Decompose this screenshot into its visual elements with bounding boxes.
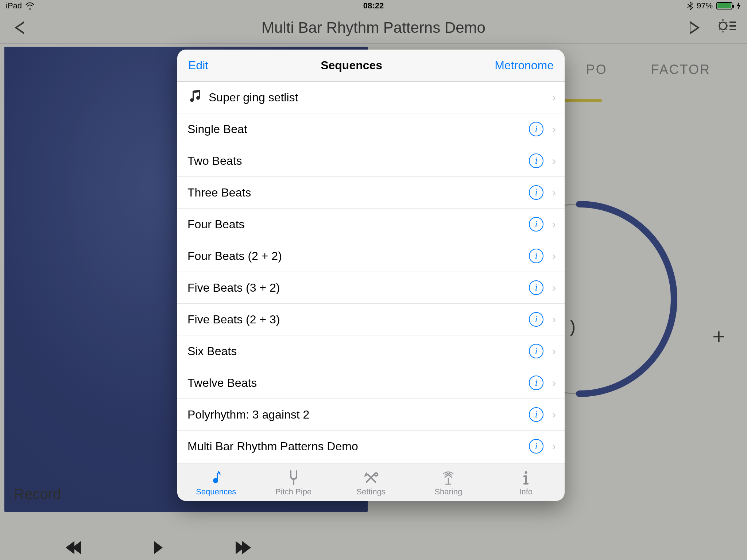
battery-pct: 97% (697, 1, 713, 11)
tab-pitch-pipe[interactable]: Pitch Pipe (255, 468, 332, 497)
info-button[interactable]: i (529, 439, 543, 454)
svg-line-7 (719, 28, 720, 30)
sequence-row[interactable]: Multi Bar Rhythm Patterns Demoi› (177, 431, 565, 462)
status-bar: iPad 08:22 97% (0, 0, 747, 12)
fast-forward-button[interactable] (236, 541, 251, 556)
sequence-row[interactable]: Polyrhythm: 3 against 2i› (177, 399, 565, 431)
chevron-right-icon: › (550, 377, 556, 389)
chevron-right-icon: › (550, 440, 556, 452)
info-button[interactable]: i (529, 407, 543, 422)
sequence-label: Multi Bar Rhythm Patterns Demo (187, 440, 522, 453)
tab-label: Sharing (434, 487, 462, 497)
edit-button[interactable]: Edit (188, 59, 208, 72)
svg-line-6 (725, 28, 727, 30)
sequence-label: Five Beats (3 + 2) (187, 281, 522, 295)
popover-tabbar: Sequences Pitch Pipe Settings (177, 463, 565, 501)
tab-factor[interactable]: FACTOR (651, 62, 711, 77)
sequence-label: Five Beats (2 + 3) (187, 313, 522, 326)
tab-label: Info (519, 487, 533, 497)
info-button[interactable]: i (529, 280, 543, 295)
bluetooth-icon (687, 1, 693, 10)
tuning-fork-icon (286, 468, 302, 486)
sequence-row[interactable]: Three Beatsi› (177, 177, 565, 209)
play-transport-button[interactable] (154, 541, 163, 556)
sequence-row[interactable]: Five Beats (2 + 3)i› (177, 304, 565, 335)
tab-sequences[interactable]: Sequences (177, 468, 255, 497)
sequence-label: Four Beats (187, 218, 522, 231)
broadcast-icon (440, 468, 456, 486)
tab-label: Settings (356, 487, 386, 497)
info-button[interactable]: i (529, 185, 543, 200)
tab-label: Sequences (196, 487, 236, 497)
svg-rect-15 (523, 475, 527, 477)
rewind-button[interactable] (66, 541, 81, 556)
tab-sharing[interactable]: Sharing (410, 468, 487, 497)
chevron-right-icon: › (550, 91, 556, 104)
sequence-label: Two Beats (187, 154, 522, 168)
tab-info[interactable]: Info (487, 468, 565, 497)
play-button[interactable] (690, 21, 700, 34)
chevron-right-icon: › (550, 345, 556, 357)
app-root: iPad 08:22 97% Multi Bar Rhythm Patterns… (0, 0, 747, 560)
sequence-row[interactable]: Four Beatsi› (177, 209, 565, 240)
music-note-icon (187, 89, 202, 106)
chevron-right-icon: › (550, 250, 556, 262)
chevron-right-icon: › (550, 218, 556, 230)
svg-rect-16 (523, 483, 529, 485)
metronome-button[interactable]: Metronome (495, 59, 554, 72)
popover-title: Sequences (321, 59, 382, 72)
sequence-label: Polyrhythm: 3 against 2 (187, 408, 522, 421)
tab-tempo[interactable]: PO (586, 62, 607, 77)
device-label: iPad (6, 1, 22, 11)
sequence-label: Single Beat (187, 122, 522, 136)
settings-button[interactable] (719, 19, 736, 37)
info-button[interactable]: i (529, 249, 543, 263)
battery-icon (716, 2, 732, 9)
transport-controls (66, 541, 251, 556)
tab-settings[interactable]: Settings (332, 468, 410, 497)
increase-button[interactable]: + (712, 324, 725, 349)
info-button[interactable]: i (529, 153, 543, 168)
chevron-right-icon: › (550, 408, 556, 421)
wifi-icon (26, 2, 34, 9)
svg-point-13 (525, 471, 527, 474)
sequence-row[interactable]: Single Beati› (177, 113, 565, 145)
tools-icon (363, 468, 379, 486)
info-button[interactable]: i (529, 312, 543, 327)
chevron-right-icon: › (550, 281, 556, 294)
setlist-row[interactable]: Super ging setlist › (177, 82, 565, 113)
sequence-label: Six Beats (187, 345, 522, 358)
popover-header: Edit Sequences Metronome (177, 50, 565, 82)
setlist-label: Super ging setlist (209, 91, 543, 104)
sequences-popover: Edit Sequences Metronome Super ging setl… (177, 50, 565, 501)
tab-label: Pitch Pipe (275, 487, 311, 497)
sequence-row[interactable]: Five Beats (3 + 2)i› (177, 272, 565, 304)
sequence-row[interactable]: Two Beatsi› (177, 145, 565, 177)
app-header: Multi Bar Rhythm Patterns Demo (0, 12, 747, 44)
info-button[interactable]: i (529, 344, 543, 358)
back-button[interactable] (15, 21, 24, 34)
sequence-row[interactable]: Twelve Beatsi› (177, 367, 565, 399)
svg-line-5 (719, 22, 720, 23)
chevron-right-icon: › (550, 313, 556, 326)
chevron-right-icon: › (550, 155, 556, 167)
sequence-label: Three Beats (187, 186, 522, 199)
music-note-icon (208, 468, 224, 486)
sequence-row[interactable]: Six Beatsi› (177, 335, 565, 367)
page-title: Multi Bar Rhythm Patterns Demo (262, 19, 485, 36)
charging-icon (736, 2, 741, 10)
dial-zero: ) (570, 316, 576, 337)
status-time: 08:22 (363, 1, 384, 11)
sequence-label: Four Beats (2 + 2) (187, 249, 522, 263)
record-label: Record (14, 486, 61, 502)
chevron-right-icon: › (550, 186, 556, 199)
sequence-label: Twelve Beats (187, 376, 522, 390)
sequences-list[interactable]: Super ging setlist › Single Beati›Two Be… (177, 82, 565, 463)
info-icon (518, 468, 534, 486)
svg-line-8 (725, 22, 727, 23)
info-button[interactable]: i (529, 122, 543, 136)
info-button[interactable]: i (529, 217, 543, 232)
sequence-row[interactable]: Four Beats (2 + 2)i› (177, 240, 565, 272)
chevron-right-icon: › (550, 123, 556, 135)
info-button[interactable]: i (529, 376, 543, 390)
